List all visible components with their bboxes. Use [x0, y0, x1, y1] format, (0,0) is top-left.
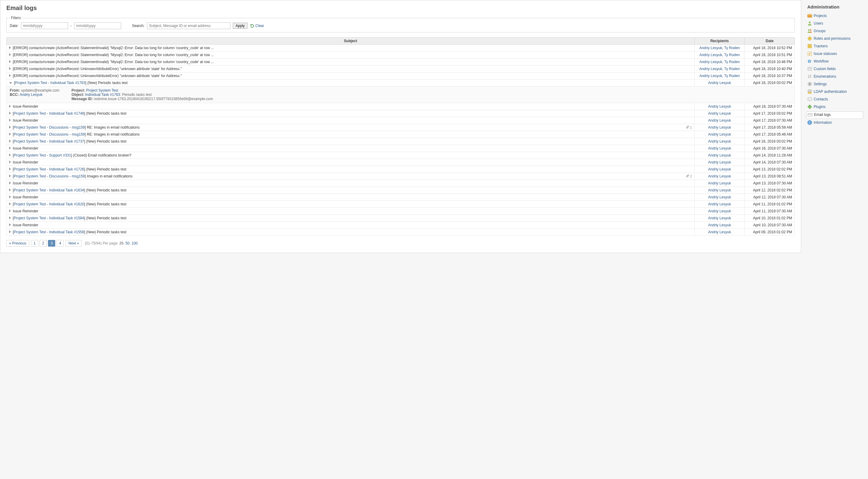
expander-icon[interactable]: [9, 230, 11, 233]
expander-icon[interactable]: [9, 53, 11, 56]
recipient-link[interactable]: Andriy Lesyuk: [708, 153, 731, 158]
recipient-link[interactable]: Ty Roden: [724, 67, 740, 71]
expander-icon[interactable]: [9, 202, 11, 205]
recipient-link[interactable]: Andriy Lesyuk: [708, 223, 731, 227]
perpage-option[interactable]: 100: [131, 241, 137, 245]
recipient-link[interactable]: Andriy Lesyuk: [708, 104, 731, 109]
expander-icon[interactable]: [9, 74, 11, 77]
recipient-link[interactable]: Andriy Lesyuk: [708, 167, 731, 171]
expander-icon[interactable]: [9, 67, 11, 70]
recipient-link[interactable]: Andriy Lesyuk: [699, 67, 722, 71]
recipient-link[interactable]: Andriy Lesyuk: [708, 209, 731, 213]
page-next[interactable]: Next »: [66, 240, 82, 247]
recipient-link[interactable]: Andriy Lesyuk: [699, 46, 722, 50]
expander-icon[interactable]: [9, 209, 11, 212]
project-link[interactable]: Project System Test: [14, 202, 46, 206]
recipient-link[interactable]: Andriy Lesyuk: [699, 60, 722, 64]
sidebar-link[interactable]: Trackers: [807, 44, 828, 48]
date-from-input[interactable]: [21, 23, 68, 29]
detail-object-link[interactable]: Individual Task #1763: [85, 93, 120, 97]
task-link[interactable]: Individual Task #1763: [51, 81, 85, 85]
expander-icon[interactable]: [9, 181, 11, 184]
page-prev[interactable]: « Previous: [6, 240, 29, 247]
recipient-link[interactable]: Andriy Lesyuk: [708, 125, 731, 130]
expander-icon[interactable]: [9, 161, 11, 164]
expander-icon[interactable]: [9, 60, 11, 63]
recipient-link[interactable]: Ty Roden: [724, 60, 740, 64]
task-link[interactable]: Individual Task #1620: [49, 202, 84, 206]
sidebar-link[interactable]: Projects: [807, 13, 827, 18]
sidebar-link[interactable]: Contacts: [807, 97, 828, 102]
recipient-link[interactable]: Andriy Lesyuk: [708, 81, 731, 85]
recipient-link[interactable]: Ty Roden: [724, 46, 740, 50]
project-link[interactable]: Project System Test: [14, 139, 46, 143]
recipient-link[interactable]: Andriy Lesyuk: [708, 111, 731, 115]
sidebar-link[interactable]: LDAP authentication: [807, 89, 847, 94]
recipient-link[interactable]: Andriy Lesyuk: [708, 132, 731, 137]
sidebar-link[interactable]: Plugins: [807, 104, 826, 109]
recipient-link[interactable]: Andriy Lesyuk: [708, 139, 731, 143]
project-link[interactable]: Project System Test: [14, 167, 46, 171]
search-input[interactable]: [147, 23, 230, 29]
expander-icon[interactable]: [9, 140, 11, 143]
recipient-link[interactable]: Andriy Lesyuk: [708, 118, 731, 123]
sidebar-link[interactable]: Issue statuses: [807, 51, 837, 56]
recipient-link[interactable]: Andriy Lesyuk: [708, 216, 731, 220]
sidebar-link[interactable]: iInformation: [807, 120, 832, 125]
recipient-link[interactable]: Andriy Lesyuk: [708, 174, 731, 178]
page-1[interactable]: 1: [31, 240, 38, 247]
expander-icon[interactable]: [9, 223, 11, 226]
bcc-name-link[interactable]: Andriy Lesyuk: [20, 93, 42, 97]
msg-link[interactable]: msg159: [72, 125, 85, 130]
task-link[interactable]: Individual Task #1584: [49, 216, 84, 220]
page-4[interactable]: 4: [57, 240, 64, 247]
project-link[interactable]: Project System Test: [14, 188, 46, 192]
apply-button[interactable]: [233, 23, 247, 29]
sidebar-link[interactable]: Custom fields: [807, 66, 836, 71]
expander-icon[interactable]: [9, 146, 11, 149]
page-2[interactable]: 2: [39, 240, 47, 247]
sidebar-link[interactable]: Enumerations: [807, 74, 836, 79]
task-link[interactable]: Support #331: [49, 153, 71, 158]
sidebar-link[interactable]: Settings: [807, 81, 827, 87]
discussions-link[interactable]: Discussions: [49, 125, 69, 130]
project-link[interactable]: Project System Test: [14, 230, 46, 234]
recipient-link[interactable]: Ty Roden: [724, 74, 740, 78]
recipient-link[interactable]: Ty Roden: [724, 53, 740, 57]
expander-icon[interactable]: [9, 118, 11, 122]
recipient-link[interactable]: Andriy Lesyuk: [708, 146, 731, 150]
expander-icon[interactable]: [9, 216, 11, 219]
msg-link[interactable]: msg159: [72, 132, 85, 137]
discussions-link[interactable]: Discussions: [49, 132, 69, 137]
discussions-link[interactable]: Discussions: [49, 174, 69, 178]
project-link[interactable]: Project System Test: [14, 125, 46, 130]
recipient-link[interactable]: Andriy Lesyuk: [699, 74, 722, 78]
expander-icon[interactable]: [9, 174, 11, 177]
recipient-link[interactable]: Andriy Lesyuk: [708, 195, 731, 199]
clear-link[interactable]: Clear: [250, 24, 264, 28]
expander-icon[interactable]: [9, 126, 11, 129]
task-link[interactable]: Individual Task #1634: [49, 188, 84, 192]
msg-link[interactable]: msg159: [72, 174, 85, 178]
project-link[interactable]: Project System Test: [15, 81, 47, 85]
recipient-link[interactable]: Andriy Lesyuk: [708, 230, 731, 234]
perpage-option[interactable]: 50: [125, 241, 129, 245]
expander-icon[interactable]: [9, 105, 11, 108]
task-link[interactable]: Individual Task #1726: [49, 167, 84, 171]
task-link[interactable]: Individual Task #1737: [49, 139, 84, 143]
recipient-link[interactable]: Andriy Lesyuk: [708, 160, 731, 164]
recipient-link[interactable]: Andriy Lesyuk: [699, 53, 722, 57]
recipient-link[interactable]: Andriy Lesyuk: [708, 202, 731, 206]
date-to-input[interactable]: [74, 23, 121, 29]
project-link[interactable]: Project System Test: [14, 153, 46, 158]
expander-icon[interactable]: [9, 82, 12, 84]
recipient-link[interactable]: Andriy Lesyuk: [708, 188, 731, 192]
project-link[interactable]: Project System Test: [14, 111, 46, 115]
expander-icon[interactable]: [9, 189, 11, 192]
sidebar-link[interactable]: Roles and permissions: [807, 36, 850, 41]
sidebar-link[interactable]: Workflow: [807, 59, 829, 64]
detail-project-link[interactable]: Project System Test: [86, 88, 118, 93]
project-link[interactable]: Project System Test: [14, 174, 46, 178]
expander-icon[interactable]: [9, 133, 11, 136]
task-link[interactable]: Individual Task #1559: [49, 230, 84, 234]
